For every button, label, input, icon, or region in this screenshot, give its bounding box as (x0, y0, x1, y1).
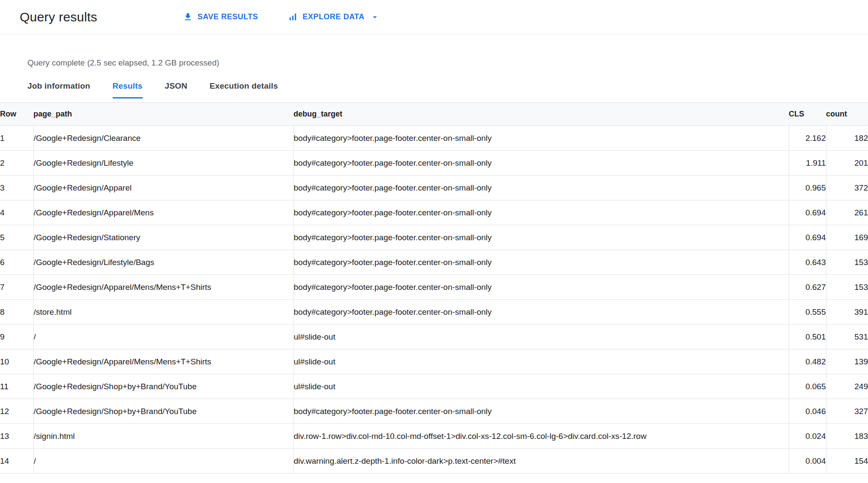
row-number-cell: 12 (0, 399, 33, 424)
page-path-cell: /Google+Redesign/Stationery (33, 225, 293, 250)
count-cell: 249 (826, 374, 868, 399)
query-status-text: Query complete (2.5 sec elapsed, 1.2 GB … (27, 58, 868, 68)
page-path-cell: /Google+Redesign/Apparel (33, 176, 293, 200)
count-cell: 531 (826, 325, 868, 349)
col-header-count: count (826, 103, 868, 126)
page-path-cell: / (33, 325, 293, 349)
debug-target-cell: body#category>footer.page-footer.center-… (293, 151, 789, 176)
chart-icon (288, 12, 298, 22)
download-icon (183, 12, 193, 22)
page-path-cell: /store.html (33, 300, 293, 325)
count-cell: 183 (826, 424, 868, 449)
tab-results[interactable]: Results (113, 81, 143, 98)
row-number-cell: 11 (0, 374, 33, 399)
debug-target-cell: ul#slide-out (293, 349, 789, 374)
count-cell: 327 (826, 399, 868, 424)
row-number-cell: 10 (0, 349, 33, 374)
cls-cell: 0.482 (789, 349, 826, 374)
page-path-cell: /signin.html (33, 424, 293, 449)
table-row: 9 / ul#slide-out 0.501 531 (0, 325, 868, 349)
count-cell: 153 (826, 250, 868, 275)
table-row: 11 /Google+Redesign/Shop+by+Brand/YouTub… (0, 374, 868, 399)
cls-cell: 0.643 (789, 250, 826, 275)
col-header-row: Row (0, 103, 33, 126)
col-header-cls: CLS (789, 103, 826, 126)
results-table-body: 1 /Google+Redesign/Clearance body#catego… (0, 126, 868, 474)
page-path-cell: /Google+Redesign/Apparel/Mens/Mens+T+Shi… (33, 349, 293, 374)
row-number-cell: 7 (0, 275, 33, 300)
debug-target-cell: div.row-1.row>div.col-md-10.col-md-offse… (293, 424, 789, 449)
cls-cell: 1.911 (789, 151, 826, 176)
query-results-header: Query results SAVE RESULTS EXPLORE DATA (0, 0, 868, 34)
dropdown-arrow-icon (370, 12, 380, 22)
count-cell: 372 (826, 176, 868, 200)
table-row: 1 /Google+Redesign/Clearance body#catego… (0, 126, 868, 151)
row-number-cell: 5 (0, 225, 33, 250)
table-row: 4 /Google+Redesign/Apparel/Mens body#cat… (0, 200, 868, 225)
cls-cell: 0.627 (789, 275, 826, 300)
debug-target-cell: ul#slide-out (293, 325, 789, 349)
cls-cell: 2.162 (789, 126, 826, 151)
results-table: Row page_path debug_target CLS count 1 /… (0, 102, 868, 474)
debug-target-cell: body#category>footer.page-footer.center-… (293, 399, 789, 424)
cls-cell: 0.694 (789, 200, 826, 225)
page-path-cell: /Google+Redesign/Apparel/Mens/Mens+T+Shi… (33, 275, 293, 300)
count-cell: 201 (826, 151, 868, 176)
debug-target-cell: body#category>footer.page-footer.center-… (293, 300, 789, 325)
row-number-cell: 3 (0, 176, 33, 200)
debug-target-cell: div.warning.alert.z-depth-1.info-color-d… (293, 449, 789, 474)
save-results-label: SAVE RESULTS (198, 12, 258, 21)
tab-execution-details[interactable]: Execution details (210, 81, 278, 98)
table-row: 3 /Google+Redesign/Apparel body#category… (0, 176, 868, 200)
explore-data-button[interactable]: EXPLORE DATA (288, 12, 379, 22)
page-path-cell: /Google+Redesign/Shop+by+Brand/YouTube (33, 399, 293, 424)
cls-cell: 0.501 (789, 325, 826, 349)
row-number-cell: 6 (0, 250, 33, 275)
tabs: Job informationResultsJSONExecution deta… (27, 81, 868, 98)
page-path-cell: /Google+Redesign/Lifestyle (33, 151, 293, 176)
tab-job-information[interactable]: Job information (27, 81, 90, 98)
count-cell: 153 (826, 275, 868, 300)
table-row: 5 /Google+Redesign/Stationery body#categ… (0, 225, 868, 250)
page-path-cell: / (33, 449, 293, 474)
cls-cell: 0.694 (789, 225, 826, 250)
count-cell: 261 (826, 200, 868, 225)
col-header-page-path: page_path (33, 103, 293, 126)
page-path-cell: /Google+Redesign/Clearance (33, 126, 293, 151)
table-row: 8 /store.html body#category>footer.page-… (0, 300, 868, 325)
row-number-cell: 14 (0, 449, 33, 474)
cls-cell: 0.965 (789, 176, 826, 200)
save-results-button[interactable]: SAVE RESULTS (183, 12, 258, 22)
debug-target-cell: body#category>footer.page-footer.center-… (293, 275, 789, 300)
tab-json[interactable]: JSON (165, 81, 188, 98)
cls-cell: 0.046 (789, 399, 826, 424)
cls-cell: 0.024 (789, 424, 826, 449)
page-title: Query results (20, 10, 97, 24)
cls-cell: 0.065 (789, 374, 826, 399)
debug-target-cell: body#category>footer.page-footer.center-… (293, 250, 789, 275)
count-cell: 169 (826, 225, 868, 250)
results-table-header: Row page_path debug_target CLS count (0, 103, 868, 126)
cls-cell: 0.555 (789, 300, 826, 325)
page-path-cell: /Google+Redesign/Apparel/Mens (33, 200, 293, 225)
count-cell: 182 (826, 126, 868, 151)
row-number-cell: 4 (0, 200, 33, 225)
row-number-cell: 2 (0, 151, 33, 176)
debug-target-cell: ul#slide-out (293, 374, 789, 399)
row-number-cell: 8 (0, 300, 33, 325)
count-cell: 391 (826, 300, 868, 325)
debug-target-cell: body#category>footer.page-footer.center-… (293, 176, 789, 200)
table-row: 14 / div.warning.alert.z-depth-1.info-co… (0, 449, 868, 474)
table-row: 7 /Google+Redesign/Apparel/Mens/Mens+T+S… (0, 275, 868, 300)
row-number-cell: 9 (0, 325, 33, 349)
row-number-cell: 13 (0, 424, 33, 449)
explore-data-label: EXPLORE DATA (302, 12, 364, 21)
table-row: 2 /Google+Redesign/Lifestyle body#catego… (0, 151, 868, 176)
table-row: 12 /Google+Redesign/Shop+by+Brand/YouTub… (0, 399, 868, 424)
table-row: 6 /Google+Redesign/Lifestyle/Bags body#c… (0, 250, 868, 275)
count-cell: 154 (826, 449, 868, 474)
cls-cell: 0.004 (789, 449, 826, 474)
row-number-cell: 1 (0, 126, 33, 151)
page-path-cell: /Google+Redesign/Shop+by+Brand/YouTube (33, 374, 293, 399)
table-row: 13 /signin.html div.row-1.row>div.col-md… (0, 424, 868, 449)
